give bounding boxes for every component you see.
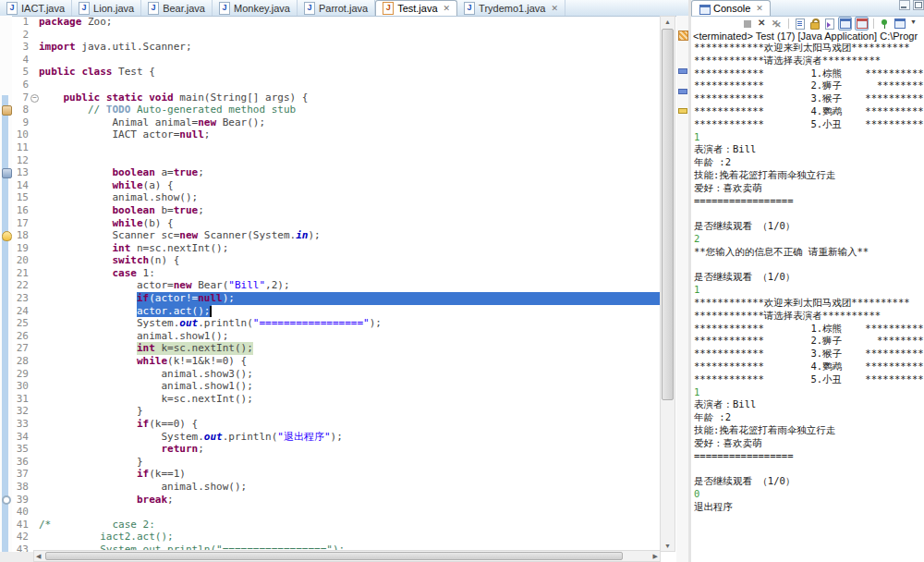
show-stderr-icon[interactable]: [855, 17, 869, 31]
collapse-icon[interactable]: −: [30, 94, 39, 103]
scroll-right-icon[interactable]: ▶: [653, 551, 658, 561]
code-line: actor=new Bear("Bill",2);: [39, 279, 660, 292]
tab-label: Trydemo1.java: [479, 3, 545, 14]
java-file-icon: J: [383, 2, 394, 15]
java-file-icon: J: [219, 2, 230, 15]
range-indicator: [2, 95, 8, 552]
code-line: while(a) {: [39, 179, 660, 192]
tab-lion-java[interactable]: JLion.java: [72, 0, 141, 16]
code-line: System.out.println("=================");: [39, 317, 660, 330]
console-stdout-line: =================: [694, 450, 924, 463]
scrollbar-corner: [0, 552, 33, 562]
tab-iact-java[interactable]: JIACT.java: [0, 0, 72, 16]
close-icon[interactable]: ✕: [551, 4, 558, 13]
scroll-down-icon[interactable]: ▼: [661, 541, 675, 551]
open-console-icon[interactable]: [894, 18, 906, 30]
warning-marker[interactable]: [2, 231, 12, 241]
console-stdout-line: [694, 259, 924, 272]
console-tabbar: Console ✕: [691, 0, 924, 17]
overview-ruler[interactable]: [676, 16, 688, 562]
code-line: boolean a=true;: [39, 166, 660, 179]
bookmark-marker[interactable]: [2, 495, 11, 505]
vertical-scrollbar-thumb[interactable]: [662, 29, 674, 400]
console-stdin-line: 2: [694, 233, 924, 246]
code-line: animal.show1();: [39, 330, 660, 343]
terminate-icon[interactable]: [742, 18, 754, 30]
console-stdout-line: ************请选择表演者**********: [694, 55, 924, 67]
console-stdout-line: ************ 1.棕熊 **********: [694, 67, 924, 80]
java-file-icon: J: [464, 2, 475, 15]
folding-ruler[interactable]: −: [30, 16, 39, 552]
code-line: [39, 54, 660, 67]
tab-parrot-java[interactable]: JParrot.java: [298, 0, 375, 16]
code-line: iact2.act();: [39, 531, 660, 544]
remove-all-terminated-icon[interactable]: [772, 18, 784, 30]
java-file-icon: J: [6, 2, 18, 15]
code-line: Scanner sc=new Scanner(System.in);: [39, 229, 660, 242]
close-icon[interactable]: ✕: [756, 4, 763, 13]
task-marker[interactable]: [2, 105, 12, 116]
horizontal-scrollbar-thumb[interactable]: [45, 552, 623, 560]
line-number-ruler[interactable]: 1234567891011121314151617181920212223242…: [12, 16, 30, 552]
tab-label: Test.java: [397, 3, 437, 14]
console-stdout-line: 年龄 :2: [694, 411, 924, 424]
overview-header-icon[interactable]: [678, 31, 688, 41]
code-line: }: [39, 456, 660, 469]
console-stdout-line: ************ 1.棕熊 **********: [694, 323, 924, 336]
word-wrap-icon[interactable]: [823, 18, 835, 30]
code-editor[interactable]: package Zoo;import java.util.Scanner;pub…: [39, 16, 660, 552]
console-output[interactable]: ************欢迎来到太阳马戏团*******************…: [694, 42, 924, 562]
console-stdout-line: 爱好：喜欢卖萌: [694, 437, 924, 450]
code-line: import java.util.Scanner;: [39, 41, 660, 54]
scroll-up-icon[interactable]: ▲: [661, 17, 675, 27]
console-dropdown-icon[interactable]: [908, 18, 920, 30]
clear-console-icon[interactable]: [794, 18, 806, 30]
java-file-icon: J: [304, 2, 315, 15]
remove-launch-icon[interactable]: [757, 18, 769, 30]
pin-console-icon[interactable]: [879, 18, 891, 30]
code-line: k=sc.nextInt();: [39, 393, 660, 406]
overview-mark[interactable]: [678, 108, 687, 114]
tab-monkey-java[interactable]: JMonkey.java: [213, 0, 298, 16]
code-line: [39, 154, 660, 167]
console-icon: [699, 4, 710, 14]
code-line: }: [39, 405, 660, 418]
code-line: System.out.println("退出程序");: [39, 431, 660, 444]
code-line: case 1:: [39, 267, 660, 280]
maximize-icon[interactable]: [913, 0, 924, 10]
tab-trydemo1-java[interactable]: JTrydemo1.java✕: [457, 0, 565, 16]
console-stdin-line: 1: [694, 284, 924, 297]
overview-mark[interactable]: [678, 89, 687, 94]
toolbar-divider: [873, 18, 874, 29]
tab-label: Parrot.java: [319, 3, 368, 14]
console-stdout-line: ************ 4.鹦鹉 **********: [694, 360, 924, 373]
console-stdout-line: [694, 462, 924, 475]
minimize-icon[interactable]: [899, 0, 910, 10]
console-stdout-line: 表演者：Bill: [694, 143, 924, 156]
code-line: Animal animal=new Bear();: [39, 116, 660, 129]
console-stdout-line: [694, 207, 924, 220]
code-line: /* case 2:: [39, 519, 660, 531]
tab-console[interactable]: Console ✕: [691, 0, 771, 16]
annotation-ruler[interactable]: [0, 16, 12, 552]
code-line: while(b) {: [39, 217, 660, 230]
java-file-icon: J: [148, 2, 159, 15]
console-stdout-line: =================: [694, 195, 924, 208]
tab-bear-java[interactable]: JBear.java: [141, 0, 213, 16]
code-line: animal.show1();: [39, 380, 660, 393]
close-icon[interactable]: ✕: [444, 4, 451, 13]
editor-tabbar: JIACT.javaJLion.javaJBear.javaJMonkey.ja…: [0, 0, 688, 17]
show-stdout-icon[interactable]: [838, 17, 852, 31]
code-line: // TODO Auto-generated method stub: [39, 104, 660, 116]
overview-mark[interactable]: [678, 68, 687, 74]
info-marker[interactable]: [2, 168, 12, 178]
code-line: IACT actor=null;: [39, 128, 660, 141]
scroll-lock-icon[interactable]: [808, 18, 821, 30]
console-stdout-line: 是否继续观看 （1/0）: [694, 271, 924, 284]
code-line: if(k==1): [39, 468, 660, 481]
tab-test-java[interactable]: JTest.java✕: [375, 0, 457, 16]
scroll-left-icon[interactable]: ◀: [36, 551, 41, 561]
vertical-scrollbar[interactable]: ▲ ▼: [660, 16, 675, 552]
horizontal-scrollbar[interactable]: ◀ ▶: [33, 550, 661, 562]
tab-label: Bear.java: [163, 3, 205, 14]
